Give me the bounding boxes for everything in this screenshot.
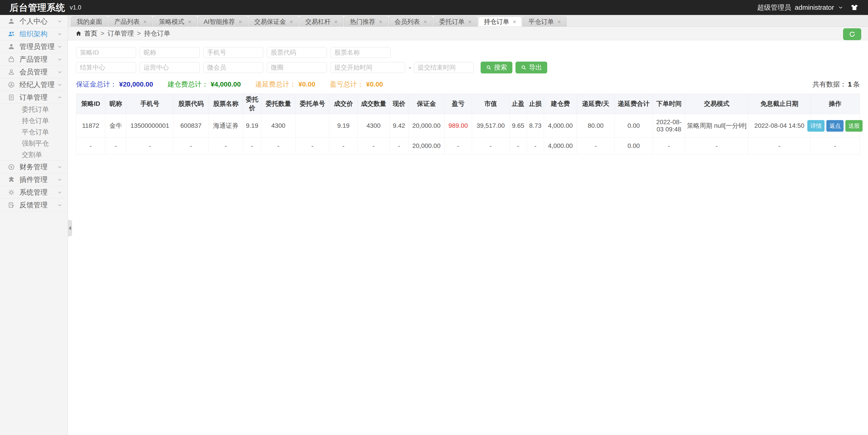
operation-center-input[interactable] [140, 62, 200, 73]
tab-position-orders[interactable]: 持仓订单× [478, 17, 522, 27]
column-header-16: 建仓费 [544, 94, 577, 114]
tab-entrust-orders[interactable]: 委托订单× [434, 17, 477, 27]
cell: 9.19 [329, 114, 358, 138]
column-header-21: 免息截止日期 [748, 94, 810, 114]
chevron-up-icon [57, 94, 63, 100]
sidebar-item-plugin-management[interactable]: 插件管理 [0, 173, 68, 186]
totals-cell: - [76, 138, 105, 154]
strategy-id-input[interactable] [76, 47, 136, 58]
sidebar-item-feedback-management[interactable]: 反馈管理 [0, 199, 68, 211]
breadcrumb-section[interactable]: 订单管理 [107, 29, 134, 38]
close-icon[interactable]: × [239, 19, 242, 25]
sidebar-item-label: 插件管理 [20, 175, 48, 184]
tab-trade-leverage[interactable]: 交易杠杆× [300, 17, 343, 27]
tab-label: 委托订单 [439, 18, 465, 26]
settlement-center-input[interactable] [76, 62, 136, 73]
search-button[interactable]: 搜索 [480, 62, 512, 74]
chevron-down-icon [57, 69, 63, 75]
chevron-down-icon [57, 190, 63, 195]
breadcrumb-page: 持仓订单 [144, 29, 170, 38]
topbar: 后台管理系统 v1.0 超级管理员 administrator [0, 0, 868, 15]
detail-button[interactable]: 详情 [807, 120, 825, 132]
breadcrumb-separator: > [100, 30, 104, 37]
rebate-button[interactable]: 返点 [826, 120, 843, 132]
sidebar-item-finance-management[interactable]: 财务管理 [0, 161, 68, 173]
tab-hot-recommend[interactable]: 热门推荐× [344, 17, 388, 27]
chevron-down-icon [57, 82, 63, 88]
tab-strategy-mode[interactable]: 策略模式× [153, 17, 197, 27]
sidebar-item-personal-center[interactable]: 个人中心 [0, 15, 68, 28]
close-icon[interactable]: × [557, 19, 561, 25]
close-icon[interactable]: × [289, 19, 293, 25]
totals-cell: - [472, 138, 509, 154]
column-header-15: 止损 [527, 94, 544, 114]
sidebar-item-member-management[interactable]: 会员管理 [0, 66, 68, 78]
sidebar: 个人中心组织架构管理员管理产品管理会员管理经纪人管理订单管理委托订单持仓订单平仓… [0, 15, 68, 435]
tab-trade-margin[interactable]: 交易保证金× [249, 17, 299, 27]
export-button[interactable]: 导出 [516, 62, 547, 74]
phone-input[interactable] [203, 47, 263, 58]
feedback-icon [8, 201, 15, 209]
chevron-down-icon [57, 31, 63, 37]
tab-product-list[interactable]: 产品列表× [109, 17, 152, 27]
close-icon[interactable]: × [188, 19, 191, 25]
cell: 4,000.00 [544, 114, 577, 138]
close-icon[interactable]: × [424, 19, 427, 25]
close-icon[interactable]: × [468, 19, 472, 25]
close-icon[interactable]: × [143, 19, 147, 25]
totals-cell: - [810, 138, 860, 154]
tab-member-list[interactable]: 会员列表× [389, 17, 433, 27]
gift-stock-button[interactable]: 送股 [845, 120, 863, 132]
sidebar-item-admin-management[interactable]: 管理员管理 [0, 40, 68, 53]
tab-close-orders[interactable]: 平仓订单× [523, 17, 566, 27]
nickname-input[interactable] [140, 47, 200, 58]
sidebar-subitem-force-close[interactable]: 强制平仓 [0, 138, 68, 149]
breadcrumb-separator: > [137, 30, 141, 37]
totals-cell: 0.00 [614, 138, 653, 154]
breadcrumb-home[interactable]: 首页 [75, 29, 97, 38]
close-icon[interactable]: × [379, 19, 382, 25]
table-row: 11872金牛13500000001600837海通证券9.1943009.19… [76, 114, 860, 138]
tab-label: 交易保证金 [254, 18, 286, 26]
chevron-down-icon [57, 164, 63, 170]
sidebar-subitem-close-orders[interactable]: 平仓订单 [0, 126, 68, 138]
refresh-button[interactable] [843, 28, 861, 40]
app-title: 后台管理系统 [9, 1, 65, 14]
tab-ai-recommend[interactable]: AI智能推荐× [198, 17, 248, 27]
sidebar-subitem-delivery-orders[interactable]: 交割单 [0, 149, 68, 161]
totals-cell: 20,000.00 [408, 138, 444, 154]
column-header-9: 成交数量 [358, 94, 390, 114]
totals-cell: - [243, 138, 261, 154]
stock-code-input[interactable] [267, 47, 327, 58]
sidebar-collapse-handle[interactable] [68, 220, 72, 236]
tab-my-desktop[interactable]: 我的桌面 [71, 17, 108, 27]
totals-cell: - [358, 138, 390, 154]
tab-label: 策略模式 [159, 18, 184, 26]
stock-name-input[interactable] [331, 47, 391, 58]
column-header-11: 保证金 [408, 94, 444, 114]
sidebar-item-product-management[interactable]: 产品管理 [0, 53, 68, 66]
sidebar-item-order-management[interactable]: 订单管理 [0, 91, 68, 104]
column-header-4: 股票名称 [209, 94, 243, 114]
sidebar-subitem-entrust-orders[interactable]: 委托订单 [0, 104, 68, 115]
close-icon[interactable]: × [334, 19, 338, 25]
tab-label: 平仓订单 [528, 18, 554, 26]
column-header-14: 止盈 [509, 94, 527, 114]
column-header-12: 盈亏 [444, 94, 472, 114]
totals-cell: 4,000.00 [544, 138, 577, 154]
user-menu[interactable]: 超级管理员 administrator [757, 3, 843, 12]
micro-member-input[interactable] [203, 62, 263, 73]
sidebar-subitem-position-orders[interactable]: 持仓订单 [0, 115, 68, 126]
submit-start-time-input[interactable] [331, 62, 405, 73]
tshirt-icon[interactable] [850, 3, 859, 11]
user-role: 超级管理员 [757, 3, 791, 12]
sidebar-item-system-management[interactable]: 系统管理 [0, 186, 68, 199]
app-version: v1.0 [70, 4, 81, 11]
document-icon [8, 94, 15, 101]
chevron-down-icon [838, 4, 843, 10]
sidebar-item-broker-management[interactable]: 经纪人管理 [0, 78, 68, 91]
sidebar-item-organization[interactable]: 组织架构 [0, 28, 68, 40]
micro-circle-input[interactable] [267, 62, 327, 73]
submit-end-time-input[interactable] [414, 62, 474, 73]
close-icon[interactable]: × [513, 19, 516, 25]
